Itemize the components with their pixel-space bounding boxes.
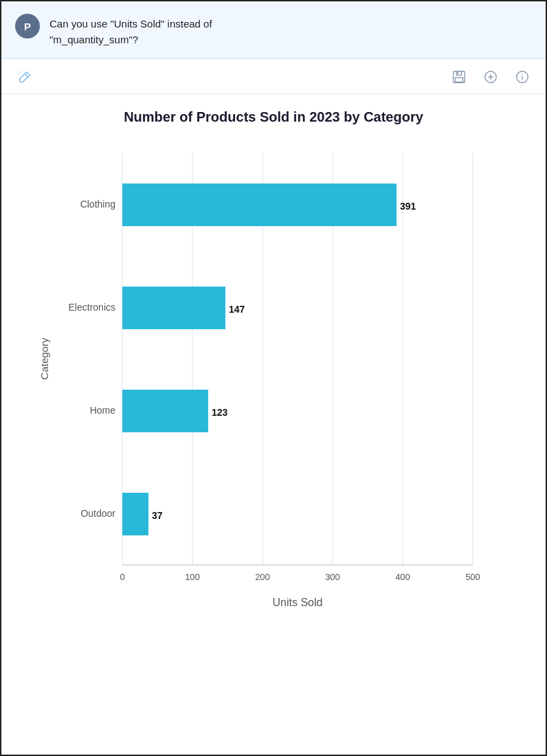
wand-button[interactable] [14,66,36,88]
y-label-electronics: Electronics [69,302,115,313]
wand-icon [17,69,32,85]
x-tick-100: 100 [185,572,200,582]
bar-chart: .axis-text { font-family: -apple-system,… [33,146,514,641]
chart-title: Number of Products Sold in 2023 by Categ… [22,108,525,126]
y-label-outdoor: Outdoor [80,508,115,519]
avatar: P [15,14,40,38]
bar-label-electronics: 147 [229,304,245,315]
message-area: P Can you use "Units Sold" instead of "m… [1,1,546,59]
x-tick-300: 300 [325,572,340,582]
bar-electronics [122,287,225,329]
svg-rect-6 [456,78,463,82]
y-label-clothing: Clothing [80,199,115,210]
y-label-home: Home [90,405,116,416]
y-axis-label: Category [38,337,50,379]
x-tick-500: 500 [465,572,480,582]
info-icon [515,69,530,85]
info-button[interactable] [511,66,533,88]
svg-point-13 [522,74,523,75]
add-button[interactable] [480,66,502,88]
bar-clothing [122,184,397,226]
save-button[interactable] [448,66,470,88]
x-tick-200: 200 [255,572,270,582]
svg-line-0 [25,74,28,77]
save-icon [451,69,467,85]
x-tick-0: 0 [120,572,124,582]
x-axis-label: Units Sold [273,597,323,608]
bar-label-home: 123 [212,407,228,418]
bar-label-clothing: 391 [400,201,416,212]
toolbar [1,59,546,94]
svg-point-3 [18,74,19,74]
svg-point-1 [19,71,20,72]
bar-label-outdoor: 37 [152,510,163,521]
bar-outdoor [122,493,148,535]
message-text: Can you use "Units Sold" instead of "m_q… [49,14,212,47]
x-tick-400: 400 [395,572,410,582]
chart-wrap: .axis-text { font-family: -apple-system,… [22,146,525,641]
chart-container: Number of Products Sold in 2023 by Categ… [1,94,546,661]
svg-rect-7 [457,72,458,74]
svg-point-2 [21,70,22,71]
add-icon [483,69,498,85]
bar-home [122,390,208,432]
